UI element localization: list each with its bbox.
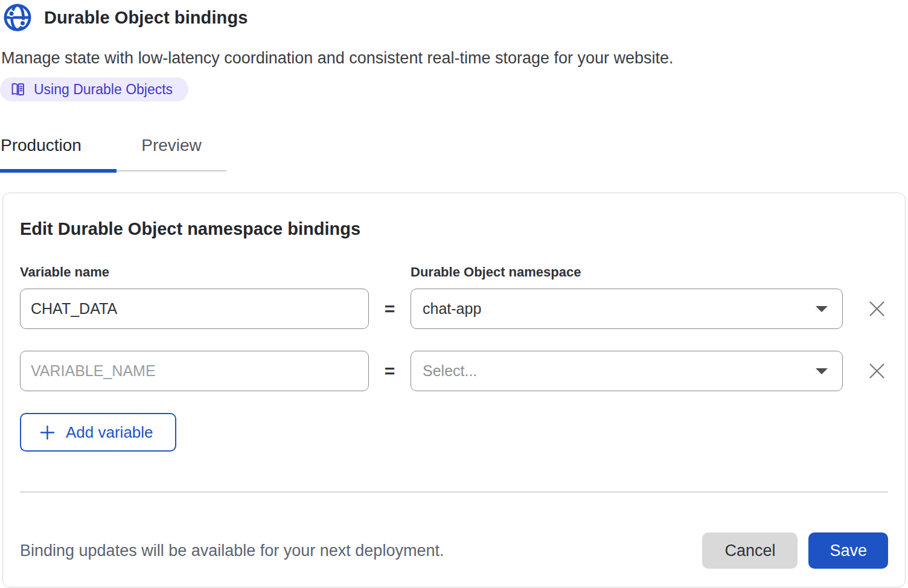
variable-name-column-label: Variable name [20,264,411,280]
namespace-select-placeholder: Select... [423,362,477,380]
namespace-select-row2[interactable]: Select... [411,351,843,391]
page-title: Durable Object bindings [44,8,248,28]
equals-sign: = [369,299,411,319]
caret-down-icon [814,367,829,375]
environment-tabs: Production Preview [0,136,908,173]
book-icon [10,81,26,98]
card-footer: Binding updates will be available for yo… [20,532,888,569]
add-variable-label: Add variable [66,423,153,442]
remove-row1-button[interactable] [863,295,890,323]
equals-sign: = [369,361,411,382]
tab-preview[interactable]: Preview [117,136,226,155]
footer-actions: Cancel Save [702,532,888,569]
card-heading: Edit Durable Object namespace bindings [20,219,888,239]
variable-name-input-row1[interactable] [20,289,369,329]
bindings-editor-card: Edit Durable Object namespace bindings V… [2,193,906,587]
plus-icon [39,424,56,441]
tab-production[interactable]: Production [1,136,82,155]
close-icon [868,299,886,318]
tab-divider-line [117,170,226,171]
close-icon [868,362,886,380]
column-headers: Variable name Durable Object namespace [20,264,888,280]
variable-name-input-row2[interactable] [20,351,369,391]
namespace-column-label: Durable Object namespace [411,264,581,280]
namespace-selected-value: chat-app [423,300,481,318]
durable-object-bindings-page: Durable Object bindings Manage state wit… [0,0,908,588]
namespace-select-row1[interactable]: chat-app [411,289,843,329]
docs-link-pill[interactable]: Using Durable Objects [0,77,188,101]
page-description: Manage state with low-latency coordinati… [1,49,908,68]
save-button[interactable]: Save [808,532,888,569]
page-header: Durable Object bindings [0,0,908,31]
docs-link-label: Using Durable Objects [34,81,173,98]
caret-down-icon [814,305,829,313]
durable-objects-globe-icon [4,4,31,31]
tab-active-indicator [0,169,117,173]
footer-divider [20,491,888,493]
remove-row2-button[interactable] [863,357,890,385]
add-variable-button[interactable]: Add variable [20,413,176,452]
bindings-grid: = chat-app = Select... [20,289,888,391]
deployment-note: Binding updates will be available for yo… [20,542,444,560]
cancel-button[interactable]: Cancel [702,532,798,569]
